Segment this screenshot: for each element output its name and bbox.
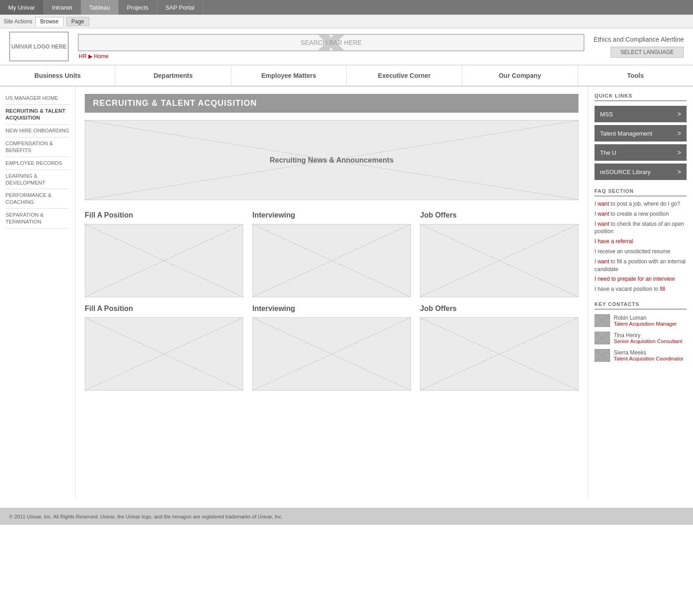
select-language-button[interactable]: SELECT LANGUAGE xyxy=(611,47,684,58)
section-img-interview-1 xyxy=(252,224,411,297)
logo: UNIVAR LOGO HERE xyxy=(9,32,69,61)
page-body: US MANAGER HOME RECRUITING & TALENT ACQU… xyxy=(0,87,693,499)
site-actions-label: Site Actions xyxy=(4,18,33,25)
section-title-interview-2: Interviewing xyxy=(252,305,411,313)
nav-employee-matters[interactable]: Employee Matters xyxy=(231,65,347,86)
chevron-right-icon: > xyxy=(677,149,681,156)
faq-item-8[interactable]: I have a vacant position to fill xyxy=(595,285,687,293)
contacts-title: KEY CONTACTS xyxy=(595,301,687,310)
sidebar-item-new-hire[interactable]: NEW HIRE ONBOARDING xyxy=(5,125,70,137)
section-title-offers-2: Job Offers xyxy=(420,305,578,313)
content-row-1: Fill A Position Interviewing Job Offers xyxy=(85,211,578,297)
breadcrumb-home[interactable]: Home xyxy=(94,53,109,60)
nav-tools[interactable]: Tools xyxy=(578,65,693,86)
faq-item-6[interactable]: I want to fill a position with an intern… xyxy=(595,258,687,273)
sidebar-item-separation[interactable]: SEPARATION & TERMINATION xyxy=(5,209,70,229)
section-title-fill-1: Fill A Position xyxy=(85,211,243,219)
contact-name-2: Tina Henry xyxy=(614,332,682,338)
contact-3: Sierra Meeks Talent Acquisition Coordina… xyxy=(595,349,687,362)
top-nav-tableau[interactable]: Tableau xyxy=(81,0,119,15)
top-nav-sap-portal[interactable]: SAP Portal xyxy=(157,0,203,15)
nav-executive-corner[interactable]: Executive Corner xyxy=(347,65,462,86)
quick-link-resource-library[interactable]: reSOURCE Library > xyxy=(595,164,687,180)
top-nav-projects[interactable]: Projects xyxy=(119,0,157,15)
sidebar-item-us-manager-home[interactable]: US MANAGER HOME xyxy=(5,92,70,105)
quick-link-talent-mgmt[interactable]: Talent Management > xyxy=(595,125,687,142)
faq-item-2[interactable]: I want to create a new position xyxy=(595,210,687,218)
contact-role-3[interactable]: Talent Acquisition Coordinator xyxy=(614,356,683,361)
faq-item-7[interactable]: I need to prepate for an interview xyxy=(595,275,687,283)
quick-link-mss-label: MSS xyxy=(600,111,613,118)
chevron-right-icon: > xyxy=(677,168,681,175)
section-img-fill-1 xyxy=(85,224,243,297)
quick-link-resource-label: reSOURCE Library xyxy=(600,169,651,175)
contact-1: Robin Luman Talent Acquisition Manager xyxy=(595,314,687,327)
faq-title: FAQ SECTION xyxy=(595,188,687,196)
header-right: Ethics and Compliance Alertline SELECT L… xyxy=(594,36,684,58)
hero-image: Recruiting News & Announcements xyxy=(85,120,578,200)
section-img-fill-2 xyxy=(85,317,243,391)
sidebar-item-performance[interactable]: PERFORMANCE & COACHING xyxy=(5,189,70,209)
search-bar-placeholder: SEARCH BAR HERE xyxy=(300,39,362,46)
section-fill-position-2: Fill A Position xyxy=(85,305,243,391)
contact-info-1: Robin Luman Talent Acquisition Manager xyxy=(614,315,677,327)
faq-item-4[interactable]: I have a referral xyxy=(595,238,687,245)
contact-role-2[interactable]: Senior Acquisition Consultant xyxy=(614,338,682,344)
browse-button[interactable]: Browse xyxy=(35,17,64,26)
content-row-2: Fill A Position Interviewing Job Offers xyxy=(85,305,578,391)
main-content: RECRUITING & TALENT ACQUISITION Recruiti… xyxy=(76,87,588,499)
ethics-label: Ethics and Compliance Alertline xyxy=(594,36,684,43)
contact-name-3: Sierra Meeks xyxy=(614,349,683,356)
quick-links-title: QUICK LINKS xyxy=(595,93,687,101)
quick-link-the-u[interactable]: The U > xyxy=(595,144,687,161)
quick-link-talent-label: Talent Management xyxy=(600,130,652,137)
section-title-fill-2: Fill A Position xyxy=(85,305,243,313)
nav-business-units[interactable]: Business Units xyxy=(0,65,115,86)
hero-text: Recruiting News & Announcements xyxy=(85,120,578,200)
search-bar[interactable]: SEARCH BAR HERE xyxy=(78,34,584,51)
section-img-offers-2 xyxy=(420,317,578,391)
section-img-interview-2 xyxy=(252,317,411,391)
faq-item-5[interactable]: I receive an unsolicited resume xyxy=(595,248,687,256)
faq-item-3[interactable]: I want to check the status of an open po… xyxy=(595,220,687,236)
nav-our-company[interactable]: Our Company xyxy=(462,65,578,86)
top-nav-my-univar[interactable]: My Univar xyxy=(0,0,44,15)
section-fill-position-1: Fill A Position xyxy=(85,211,243,297)
sidebar-item-recruiting[interactable]: RECRUITING & TALENT ACQUISITION xyxy=(5,105,70,125)
section-interviewing-2: Interviewing xyxy=(252,305,411,391)
chevron-right-icon: > xyxy=(677,130,681,137)
footer: © 2011 Univar, Inc. All Rights Reserved.… xyxy=(0,508,693,525)
footer-text: © 2011 Univar, Inc. All Rights Reserved.… xyxy=(9,514,283,519)
contact-info-2: Tina Henry Senior Acquisition Consultant xyxy=(614,332,682,344)
contact-icon-3 xyxy=(595,349,610,362)
section-job-offers-2: Job Offers xyxy=(420,305,578,391)
section-title-interview-1: Interviewing xyxy=(252,211,411,219)
section-img-offers-1 xyxy=(420,224,578,297)
header-center: SEARCH BAR HERE HR ▶ Home xyxy=(78,34,584,60)
contact-role-1[interactable]: Talent Acquisition Manager xyxy=(614,321,677,327)
top-nav-intranet[interactable]: Intranet xyxy=(44,0,81,15)
page-button[interactable]: Page xyxy=(66,17,89,26)
section-title-offers-1: Job Offers xyxy=(420,211,578,219)
section-job-offers-1: Job Offers xyxy=(420,211,578,297)
section-interviewing-1: Interviewing xyxy=(252,211,411,297)
sidebar-item-employee-records[interactable]: EMPLOYEE RECORDS xyxy=(5,157,70,170)
breadcrumb-hr[interactable]: HR xyxy=(79,53,87,60)
contact-name-1: Robin Luman xyxy=(614,315,677,321)
nav-departments[interactable]: Departments xyxy=(115,65,231,86)
sidebar-item-compensation[interactable]: COMPENSATION & BENEFITS xyxy=(5,137,70,157)
contact-icon-1 xyxy=(595,314,610,327)
faq-item-1[interactable]: I want to post a job, where do I go? xyxy=(595,200,687,208)
main-nav: Business Units Departments Employee Matt… xyxy=(0,65,693,87)
chevron-right-icon: > xyxy=(677,110,681,118)
quick-link-the-u-label: The U xyxy=(600,149,616,156)
sidebar-item-learning[interactable]: LEARNING & DEVELOPMENT xyxy=(5,170,70,190)
top-nav: My Univar Intranet Tableau Projects SAP … xyxy=(0,0,693,15)
site-actions-bar: Site Actions Browse Page xyxy=(0,15,693,28)
breadcrumb: HR ▶ Home xyxy=(78,53,584,60)
contact-2: Tina Henry Senior Acquisition Consultant xyxy=(595,332,687,344)
quick-link-mss[interactable]: MSS > xyxy=(595,106,687,122)
contact-icon-2 xyxy=(595,332,610,344)
sidebar: US MANAGER HOME RECRUITING & TALENT ACQU… xyxy=(0,87,76,499)
page-title: RECRUITING & TALENT ACQUISITION xyxy=(85,94,578,113)
